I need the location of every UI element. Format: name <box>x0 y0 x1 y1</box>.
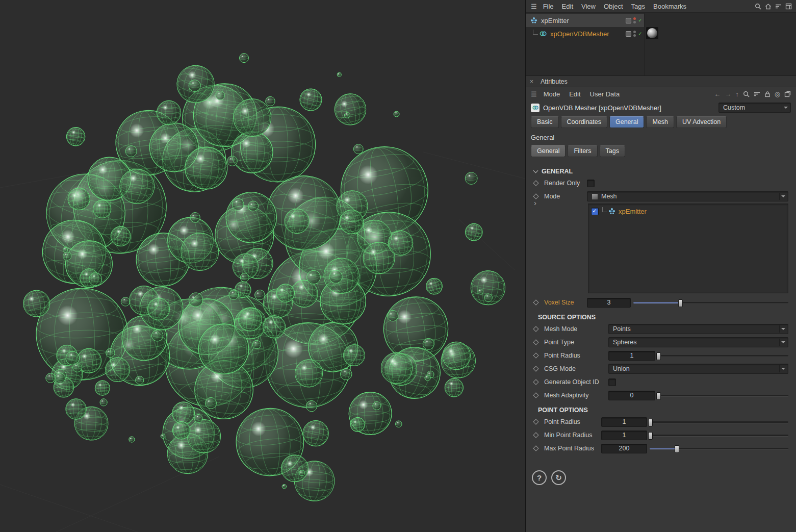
point-radius-input[interactable] <box>601 417 647 427</box>
menu-edit[interactable]: Edit <box>564 90 585 98</box>
param-row-mode: Mode Mesh <box>526 190 796 203</box>
attributes-panel: × Attributes ☰ Mode Edit User Data ← → ↑… <box>526 76 796 532</box>
render-only-checkbox[interactable] <box>587 180 595 187</box>
subtab-tags[interactable]: Tags <box>600 145 625 157</box>
param-diamond-icon <box>533 432 538 438</box>
source-item-checkbox[interactable] <box>591 208 599 215</box>
layout-panel-icon[interactable] <box>785 3 792 10</box>
help-buttons: ? ↻ <box>526 455 796 485</box>
max-point-radius-slider[interactable] <box>650 445 788 452</box>
tab-general[interactable]: General <box>609 116 644 128</box>
material-thumbnail[interactable] <box>646 27 658 39</box>
voxel-size-slider[interactable] <box>633 299 788 307</box>
mode-dropdown[interactable]: Mesh <box>587 191 788 201</box>
expand-arrow-icon[interactable]: › <box>534 198 536 207</box>
app-root: ☰ File Edit View Object Tags Bookmarks <box>0 0 796 532</box>
track-focus-icon[interactable]: ◎ <box>775 90 780 98</box>
point-type-dropdown[interactable]: Spheres <box>608 337 788 347</box>
point-options-header[interactable]: POINT OPTIONS <box>526 405 796 415</box>
param-label: Max Point Radius <box>544 445 601 452</box>
param-diamond-icon <box>533 339 538 345</box>
tab-uv-advection[interactable]: UV Advection <box>676 116 727 128</box>
close-icon[interactable]: × <box>530 78 533 85</box>
enable-checks[interactable]: ✓ <box>638 18 642 22</box>
filter-icon[interactable] <box>775 3 782 10</box>
param-label: Point Type <box>544 339 608 346</box>
mesh-cube-icon <box>592 193 598 200</box>
param-row-point-type: Point Type Spheres <box>526 336 796 349</box>
right-panel: ☰ File Edit View Object Tags Bookmarks <box>526 0 796 532</box>
tree-connector <box>602 207 607 212</box>
tab-basic[interactable]: Basic <box>531 116 559 128</box>
point-radius-input[interactable] <box>608 351 655 361</box>
param-label: Render Only <box>544 180 587 187</box>
menu-user-data[interactable]: User Data <box>585 90 625 98</box>
param-row-render-only: Render Only <box>526 176 796 190</box>
object-row-xpopenvdbmesher[interactable]: xpOpenVDBMesher ✓ <box>526 27 644 40</box>
attributes-menubar: ☰ Mode Edit User Data ← → ↑ ◎ <box>526 87 796 100</box>
point-radius-slider[interactable] <box>650 418 788 426</box>
enable-checks[interactable]: ✓ <box>638 32 642 36</box>
tree-connector <box>533 30 538 35</box>
menu-tags[interactable]: Tags <box>627 3 649 10</box>
visibility-dots[interactable] <box>633 31 636 37</box>
min-point-radius-slider[interactable] <box>650 432 788 439</box>
tab-coordinates[interactable]: Coordinates <box>561 116 607 128</box>
preset-dropdown[interactable]: Custom <box>718 103 791 113</box>
csg-mode-dropdown[interactable]: Union <box>608 364 788 374</box>
subtab-general[interactable]: General <box>531 145 566 157</box>
voxel-size-input[interactable] <box>587 298 631 308</box>
menu-view[interactable]: View <box>577 3 600 10</box>
source-list-item-xpemitter[interactable]: xpEmitter <box>588 204 788 217</box>
layer-icon[interactable] <box>626 18 631 23</box>
attributes-titlebar: × Attributes <box>526 76 796 87</box>
param-diamond-icon <box>533 352 538 358</box>
back-arrow-icon[interactable]: ← <box>714 90 721 98</box>
help-icon[interactable]: ? <box>532 470 547 485</box>
filter-icon[interactable] <box>754 91 760 97</box>
tab-mesh[interactable]: Mesh <box>646 116 674 128</box>
visibility-dots[interactable] <box>633 17 636 23</box>
param-row-voxel-size: Voxel Size <box>526 296 796 309</box>
forward-arrow-icon[interactable]: → <box>725 90 731 98</box>
source-objects-area: › xpEmitter <box>526 204 796 293</box>
param-row-mesh-adaptivity: Mesh Adaptivity <box>526 389 796 402</box>
search-icon[interactable] <box>743 91 750 97</box>
menu-mode[interactable]: Mode <box>539 90 565 98</box>
hamburger-icon[interactable]: ☰ <box>529 90 539 98</box>
layer-icon[interactable] <box>626 31 631 37</box>
menu-file[interactable]: File <box>539 3 558 10</box>
menu-bookmarks[interactable]: Bookmarks <box>649 3 690 10</box>
mesh-adaptivity-slider[interactable] <box>658 392 788 399</box>
point-radius-slider[interactable] <box>658 352 788 360</box>
param-diamond-icon <box>533 366 538 371</box>
general-section-header[interactable]: GENERAL <box>526 166 796 176</box>
object-label: xpEmitter <box>541 17 569 24</box>
max-point-radius-input[interactable] <box>601 444 647 453</box>
mesh-mode-dropdown[interactable]: Points <box>608 324 788 334</box>
lock-icon[interactable] <box>764 91 771 97</box>
mesh-adaptivity-input[interactable] <box>608 391 655 400</box>
menu-object[interactable]: Object <box>600 3 627 10</box>
param-label: CSG Mode <box>544 365 608 372</box>
object-row-xpemitter[interactable]: xpEmitter ✓ <box>526 14 644 27</box>
subtab-filters[interactable]: Filters <box>568 145 597 157</box>
new-panel-icon[interactable] <box>784 91 791 97</box>
xpemitter-icon <box>530 16 538 24</box>
xpemitter-icon <box>608 207 616 215</box>
hamburger-icon[interactable]: ☰ <box>529 3 539 10</box>
material-column <box>644 13 796 75</box>
search-icon[interactable] <box>755 3 761 10</box>
menu-edit[interactable]: Edit <box>558 3 577 10</box>
home-icon[interactable] <box>765 3 772 10</box>
up-arrow-icon[interactable]: ↑ <box>735 90 739 98</box>
reset-icon[interactable]: ↻ <box>551 470 566 485</box>
param-row-max-point-radius: Max Point Radius <box>526 442 796 455</box>
generate-object-id-checkbox[interactable] <box>608 378 616 386</box>
source-options-header[interactable]: SOURCE OPTIONS <box>526 312 796 322</box>
min-point-radius-input[interactable] <box>601 430 647 440</box>
source-objects-list[interactable]: xpEmitter <box>588 204 788 293</box>
param-diamond-icon <box>533 326 538 332</box>
param-row-csg-mode: CSG Mode Union <box>526 362 796 375</box>
viewport[interactable] <box>0 0 526 532</box>
